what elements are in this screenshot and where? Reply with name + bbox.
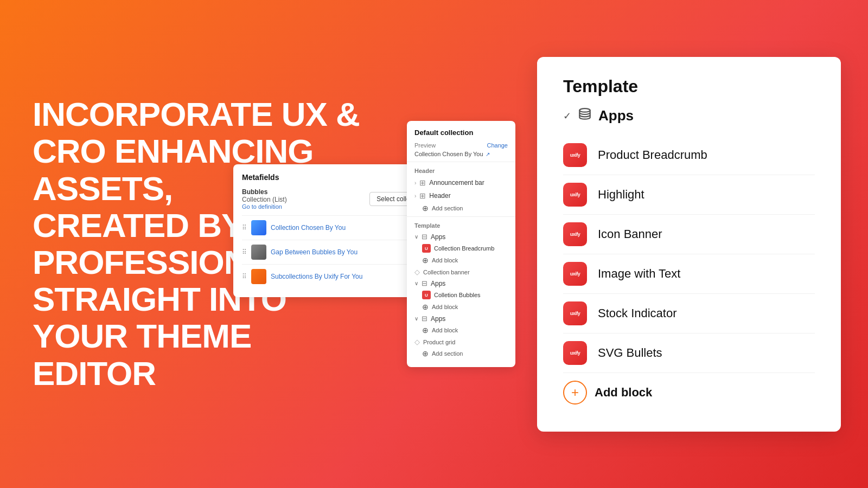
header-row[interactable]: › ⊞ Header [407,189,515,202]
apps-row-2[interactable]: ∨ ⊟ Apps [407,278,515,289]
right-section: Template ✓ Apps uxify Prod [537,57,841,432]
add-block-row-1[interactable]: ⊕ Add block [407,254,515,266]
add-section-row[interactable]: ⊕ Add section [407,202,515,214]
drag-handle-2[interactable]: ⠿ [242,248,247,256]
app-icon-box-2: uxify [563,183,587,207]
header-section-label: Header [407,164,515,176]
add-section-label-2: Add section [432,350,463,357]
add-block-button[interactable]: + Add block [563,373,815,412]
metafields-title: Metafields [242,173,279,182]
add-block-label-3: Add block [432,327,458,333]
grid-icon: ⊞ [419,178,426,187]
uxify-logo-5: uxify [570,311,580,316]
chevron-down-icon-2: ∨ [414,280,418,286]
apps-label-1: Apps [431,233,445,241]
app-icon-box-3: uxify [563,222,587,246]
announcement-bar-row[interactable]: › ⊞ Announcement bar [407,176,515,189]
collection-breadcrumb-label: Collection Breadcrumb [434,245,494,252]
drag-handle-3[interactable]: ⠿ [242,273,247,280]
diamond-icon-2: ◇ [414,338,420,346]
collection-title: Default collection [407,129,515,141]
app-item-highlight[interactable]: uxify Highlight [563,175,815,215]
grid-icon-2: ⊞ [419,191,426,200]
theme-panel: Default collection Preview Change Collec… [407,121,515,367]
page-wrapper: INCORPORATE UX & CRO ENHANCING ASSETS, C… [0,0,868,488]
app-name-5: Stock Indicator [598,306,677,320]
checkmark-icon: ✓ [563,110,571,122]
preview-value: Collection Chosen By You ↗ [407,151,515,157]
apps-section-header: ✓ Apps [563,107,815,125]
uxify-logo-6: uxify [570,350,580,356]
uxify-logo-4: uxify [570,271,580,277]
collection-banner-row[interactable]: ◇ Collection banner [407,266,515,278]
apps-heading: Apps [598,107,634,124]
field-name: Bubbles [242,188,287,196]
add-block-circle: + [563,381,587,404]
apps-row-1[interactable]: ∨ ⊟ Apps [407,231,515,242]
product-grid-row[interactable]: ◇ Product grid [407,336,515,348]
app-name-6: SVG Bullets [598,346,662,360]
product-grid-label: Product grid [423,339,455,345]
app-name-3: Icon Banner [598,227,662,241]
add-circle-icon-5: ⊕ [422,349,429,358]
add-circle-icon: ⊕ [422,204,429,213]
app-name-2: Highlight [598,188,644,202]
add-section-label: Add section [432,205,463,211]
thumb-3 [251,269,266,284]
thumb-1 [251,220,266,235]
app-icon-breadcrumb: U [422,244,431,253]
db-icon: ⊟ [422,233,427,241]
change-link[interactable]: Change [487,142,508,149]
collection-bubbles-item[interactable]: U Colletion Bubbles [407,289,515,301]
app-name-4: Image with Text [598,267,680,281]
collection-bubbles-label: Colletion Bubbles [434,292,481,298]
chevron-down-icon: ∨ [414,234,418,240]
thumb-2 [251,245,266,260]
collection-breadcrumb-item[interactable]: U Collection Breadcrumb [407,242,515,254]
app-icon-bubbles: U [422,291,431,299]
apps-label-2: Apps [431,280,445,287]
app-icon-box-1: uxify [563,143,587,167]
diamond-icon: ◇ [414,268,420,276]
app-name-1: Product Breadcrumb [598,148,707,162]
header-label: Header [429,192,508,200]
apps-label-3: Apps [431,315,445,323]
add-circle-icon-3: ⊕ [422,303,429,311]
app-icon-box-4: uxify [563,262,587,286]
panel-title: Template [563,76,815,97]
center-section: Metafields Show all Bubbles Collection (… [401,121,521,367]
app-item-icon-banner[interactable]: uxify Icon Banner [563,215,815,254]
announcement-bar-label: Announcement bar [429,179,508,187]
template-section-label: Template [407,219,515,231]
collection-banner-label: Collection banner [423,269,470,275]
add-block-label-1: Add block [432,257,458,264]
app-item-svg-bullets[interactable]: uxify SVG Bullets [563,333,815,373]
chevron-right-icon: › [414,180,416,186]
db-icon-2: ⊟ [422,279,427,287]
add-circle-icon-4: ⊕ [422,326,429,335]
uxify-logo-1: uxify [570,152,580,158]
add-section-row-2[interactable]: ⊕ Add section [407,348,515,359]
app-item-stock[interactable]: uxify Stock Indicator [563,294,815,333]
apps-row-3[interactable]: ∨ ⊟ Apps [407,313,515,324]
right-panel: Template ✓ Apps uxify Prod [537,57,841,432]
chevron-right-icon-2: › [414,193,416,199]
app-item-image-text[interactable]: uxify Image with Text [563,254,815,294]
app-item-breadcrumb[interactable]: uxify Product Breadcrumb [563,136,815,175]
preview-label: Preview [414,142,436,149]
database-icon [578,107,592,125]
plus-icon: + [571,386,579,399]
add-block-text: Add block [595,386,652,400]
add-block-row-3[interactable]: ⊕ Add block [407,324,515,336]
app-icon-box-6: uxify [563,341,587,365]
svg-point-0 [579,108,590,112]
go-to-definition[interactable]: Go to definition [242,203,287,210]
uxify-logo-3: uxify [570,232,580,237]
drag-handle-1[interactable]: ⠿ [242,224,247,232]
add-block-row-2[interactable]: ⊕ Add block [407,301,515,313]
app-icon-box-5: uxify [563,301,587,325]
uxify-logo-2: uxify [570,192,580,197]
add-circle-icon-2: ⊕ [422,256,429,265]
add-block-label-2: Add block [432,304,458,310]
db-icon-3: ⊟ [422,314,427,323]
